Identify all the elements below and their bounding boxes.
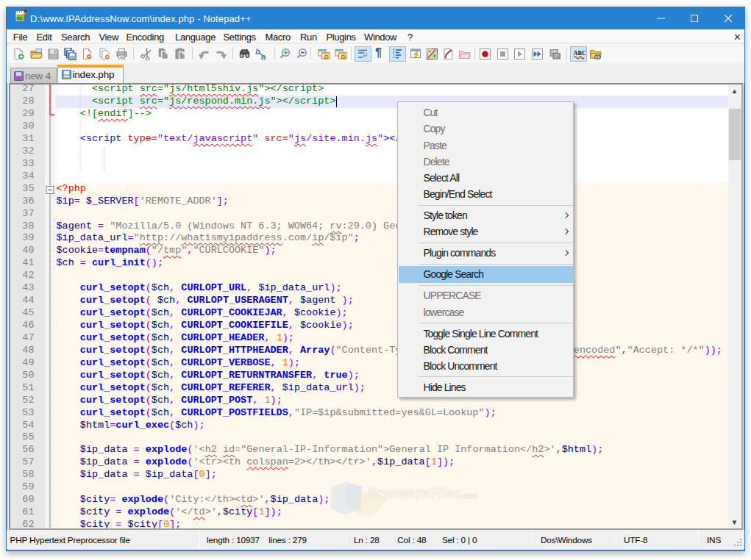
svg-text:ABC: ABC [573,49,585,56]
svg-text:b: b [255,48,260,56]
